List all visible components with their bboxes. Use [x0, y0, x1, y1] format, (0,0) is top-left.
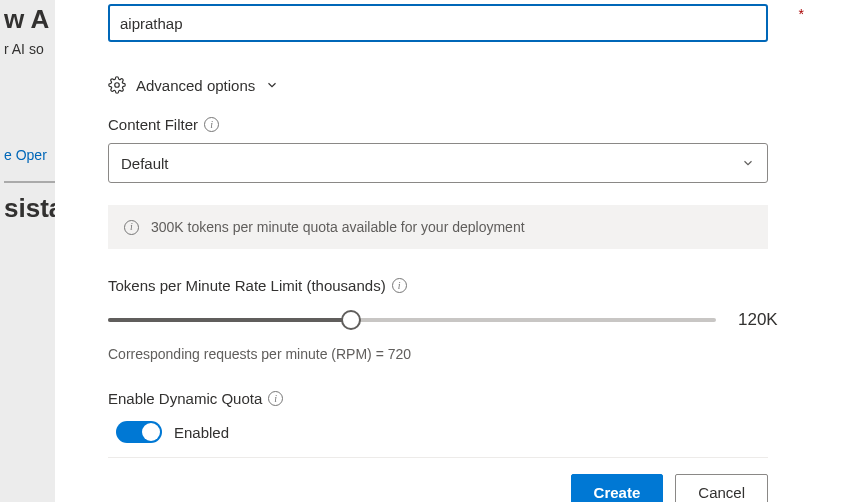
content-filter-selected: Default [121, 155, 169, 172]
advanced-options-toggle[interactable]: Advanced options [108, 76, 790, 94]
quota-info-banner: i 300K tokens per minute quota available… [108, 205, 768, 249]
info-icon[interactable]: i [392, 278, 407, 293]
backdrop-subtitle-fragment: r AI so [4, 41, 55, 57]
slider-thumb[interactable] [341, 310, 361, 330]
tokens-rate-slider-row: 120K [108, 310, 788, 330]
dynamic-quota-toggle-row: Enabled [116, 421, 790, 443]
toggle-knob [142, 423, 160, 441]
quota-banner-text: 300K tokens per minute quota available f… [151, 219, 525, 235]
slider-fill [108, 318, 351, 322]
dynamic-quota-status: Enabled [174, 424, 229, 441]
tokens-rate-label: Tokens per Minute Rate Limit (thousands)… [108, 277, 790, 294]
content-filter-label: Content Filter i [108, 116, 790, 133]
cancel-button[interactable]: Cancel [675, 474, 768, 502]
tokens-rate-slider[interactable] [108, 318, 716, 322]
dynamic-quota-label: Enable Dynamic Quota i [108, 390, 790, 407]
svg-point-0 [115, 83, 120, 88]
backdrop-link-fragment: e Oper [4, 147, 55, 163]
info-icon[interactable]: i [204, 117, 219, 132]
chevron-down-icon [741, 156, 755, 170]
info-icon[interactable]: i [268, 391, 283, 406]
content-filter-select[interactable]: Default [108, 143, 768, 183]
backdrop-heading-fragment: sista [4, 181, 55, 224]
tokens-rate-value: 120K [738, 310, 788, 330]
backdrop-title-fragment: w A [4, 4, 55, 35]
name-field-wrap: * [108, 0, 790, 42]
create-button[interactable]: Create [571, 474, 664, 502]
chevron-down-icon [265, 78, 279, 92]
deployment-name-input[interactable] [108, 4, 768, 42]
required-indicator: * [799, 6, 804, 22]
backdrop-obscured: w A r AI so e Oper sista [0, 0, 55, 502]
dialog-footer: Create Cancel [108, 474, 768, 502]
gear-icon [108, 76, 126, 94]
rpm-text: Corresponding requests per minute (RPM) … [108, 346, 790, 362]
dynamic-quota-toggle[interactable] [116, 421, 162, 443]
advanced-options-label: Advanced options [136, 77, 255, 94]
info-icon: i [124, 220, 139, 235]
divider [108, 457, 768, 458]
dialog-panel: * Advanced options Content Filter i Defa… [55, 0, 850, 502]
